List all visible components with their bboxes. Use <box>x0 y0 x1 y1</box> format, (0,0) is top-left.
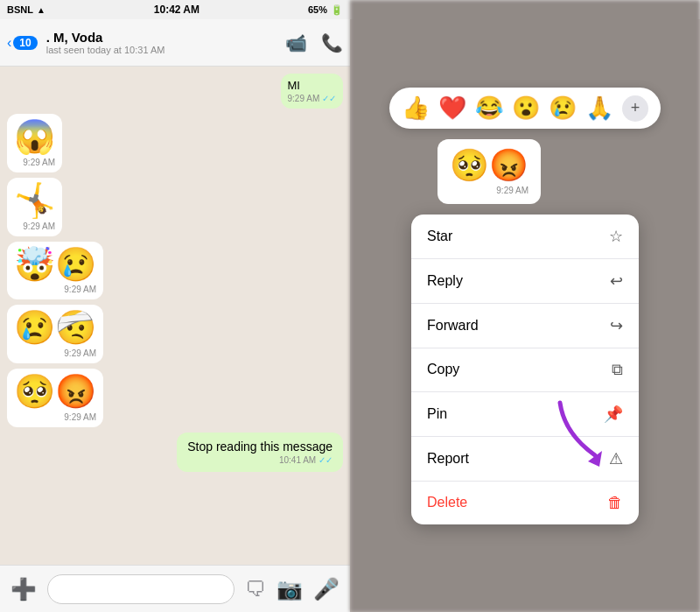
menu-item-delete[interactable]: Delete 🗑 <box>411 482 639 524</box>
menu-label-copy: Copy <box>427 362 459 377</box>
stop-message-bubble: Stop reading this message 10:41 AM ✓✓ <box>177 433 343 472</box>
menu-item-reply[interactable]: Reply ↩ <box>411 259 639 304</box>
message-row-2: 🤸 9:29 AM <box>7 178 343 236</box>
back-button[interactable]: ‹ 10 <box>7 35 38 51</box>
menu-item-forward[interactable]: Forward ↪ <box>411 304 639 348</box>
context-menu: Star ☆ Reply ↩ Forward ↪ Copy ⧉ Pin 📌 Re… <box>411 215 639 524</box>
right-panel: BSNL 10:42 AM 65% 👍 ❤️ 😂 😮 😢 🙏 + 🥺😡 9:29… <box>350 0 700 612</box>
message-text: MI <box>288 79 300 92</box>
message-time-1: 9:29 AM <box>14 158 55 167</box>
status-time: 10:42 AM <box>154 4 200 16</box>
header-actions: 📹 📞 <box>285 32 343 53</box>
message-time-3: 9:29 AM <box>14 285 96 294</box>
camera-icon[interactable]: 📷 <box>276 577 303 601</box>
mic-icon[interactable]: 🎤 <box>313 577 340 601</box>
message-row-3: 🤯😢 9:29 AM <box>7 242 343 300</box>
context-message-time: 9:29 AM <box>450 186 528 195</box>
battery-icon: 🔋 <box>331 4 343 16</box>
menu-label-delete: Delete <box>427 495 467 510</box>
copy-icon: ⧉ <box>612 361 623 379</box>
battery-label: 65% <box>308 4 327 15</box>
message-time: 9:29 AM ✓✓ <box>288 94 336 103</box>
menu-label-report: Report <box>427 451 469 467</box>
emoji-2: 🤸 <box>14 183 55 220</box>
status-right: 65% 🔋 <box>308 4 343 16</box>
emoji-5: 🥺😡 <box>14 374 96 411</box>
reaction-more-button[interactable]: + <box>622 95 648 122</box>
message-bubble-3: 🤯😢 9:29 AM <box>7 242 103 300</box>
message-bubble-4: 😢🤕 9:29 AM <box>7 305 103 363</box>
carrier-label: BSNL <box>7 4 33 15</box>
menu-item-star[interactable]: Star ☆ <box>411 215 639 259</box>
contact-name: . M, Voda <box>46 30 285 45</box>
message-row-4: 😢🤕 9:29 AM <box>7 305 343 363</box>
menu-item-copy[interactable]: Copy ⧉ <box>411 348 639 392</box>
message-bubble-1: 😱 9:29 AM <box>7 114 62 172</box>
menu-label-forward: Forward <box>427 318 479 334</box>
reaction-thumbsup[interactable]: 👍 <box>402 95 430 122</box>
sticker-icon[interactable]: 🗨 <box>245 577 266 601</box>
stop-message-time: 10:41 AM ✓✓ <box>187 455 332 465</box>
message-input[interactable] <box>47 574 234 604</box>
context-emoji: 🥺😡 <box>450 148 528 183</box>
arrow-icon <box>551 398 612 468</box>
stop-message-text: Stop reading this message <box>187 440 332 454</box>
left-panel: BSNL ▲ 10:42 AM 65% 🔋 ‹ 10 . M, Voda las… <box>0 0 350 612</box>
message-row-1: 😱 9:29 AM <box>7 114 343 172</box>
emoji-reaction-bar: 👍 ❤️ 😂 😮 😢 🙏 + <box>389 88 661 129</box>
back-badge[interactable]: 10 <box>13 36 37 50</box>
plus-icon: + <box>631 99 640 117</box>
reaction-wow[interactable]: 😮 <box>512 95 540 122</box>
message-bubble-outgoing: MI 9:29 AM ✓✓ <box>281 74 343 109</box>
delete-icon: 🗑 <box>607 494 623 512</box>
chat-header: ‹ 10 . M, Voda last seen today at 10:31 … <box>0 19 350 67</box>
message-row-5: 🥺😡 9:29 AM <box>7 369 343 427</box>
menu-label-star: Star <box>427 229 452 244</box>
message-time-2: 9:29 AM <box>14 222 55 231</box>
reply-icon: ↩ <box>610 271 623 291</box>
add-icon[interactable]: ➕ <box>10 577 37 601</box>
contact-status: last seen today at 10:31 AM <box>46 45 285 55</box>
forward-icon: ↪ <box>610 316 623 335</box>
menu-label-reply: Reply <box>427 273 463 289</box>
emoji-1: 😱 <box>14 119 55 156</box>
context-overlay: 👍 ❤️ 😂 😮 😢 🙏 + 🥺😡 9:29 AM Star ☆ <box>350 0 700 612</box>
message-time-5: 9:29 AM <box>14 412 96 422</box>
bottom-bar: ➕ 🗨 📷 🎤 <box>0 565 350 612</box>
phone-icon[interactable]: 📞 <box>321 32 343 53</box>
reaction-cry[interactable]: 😢 <box>549 95 577 122</box>
reaction-heart[interactable]: ❤️ <box>438 95 466 122</box>
context-message-bubble: 🥺😡 9:29 AM <box>438 139 541 204</box>
emoji-3: 🤯😢 <box>14 247 96 284</box>
read-receipt-icon: ✓✓ <box>322 94 336 103</box>
menu-label-pin: Pin <box>427 406 447 422</box>
chat-messages: MI 9:29 AM ✓✓ 😱 9:29 AM 🤸 9:29 AM 🤯😢 9:2… <box>0 67 350 565</box>
emoji-4: 😢🤕 <box>14 310 96 347</box>
message-bubble-5: 🥺😡 9:29 AM <box>7 369 103 427</box>
video-call-icon[interactable]: 📹 <box>285 32 307 53</box>
context-message-wrapper: 🥺😡 9:29 AM <box>411 139 639 211</box>
reaction-laugh[interactable]: 😂 <box>475 95 503 122</box>
chevron-left-icon: ‹ <box>7 35 11 51</box>
stop-message-row: Stop reading this message 10:41 AM ✓✓ <box>7 433 343 472</box>
wifi-icon: ▲ <box>37 5 46 15</box>
message-row-outgoing: MI 9:29 AM ✓✓ <box>7 74 343 109</box>
message-time-4: 9:29 AM <box>14 348 96 358</box>
star-icon: ☆ <box>609 227 623 246</box>
stop-read-receipt-icon: ✓✓ <box>318 455 332 465</box>
arrow-overlay <box>551 398 612 472</box>
message-bubble-2: 🤸 9:29 AM <box>7 178 62 236</box>
left-status-bar: BSNL ▲ 10:42 AM 65% 🔋 <box>0 0 350 19</box>
reaction-pray[interactable]: 🙏 <box>585 95 613 122</box>
status-left: BSNL ▲ <box>7 4 46 15</box>
contact-info: . M, Voda last seen today at 10:31 AM <box>46 30 285 55</box>
